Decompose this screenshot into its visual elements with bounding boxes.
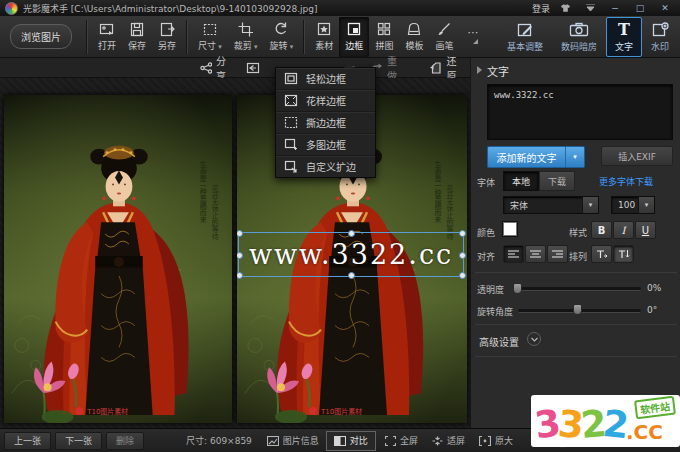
- logo-digit: 2: [601, 404, 628, 446]
- prev-image-button[interactable]: 上一张: [4, 432, 51, 450]
- menu-chevron-icon[interactable]: [580, 2, 600, 15]
- style-label: 样式: [569, 226, 587, 239]
- menu-item-easy-border[interactable]: 轻松边框: [276, 68, 375, 90]
- add-text-button[interactable]: 添加新的文字: [487, 146, 565, 168]
- angle-slider-thumb[interactable]: [573, 304, 582, 315]
- canvas-area[interactable]: www.3322.cc: [0, 78, 470, 428]
- window-title: 光影魔术手 [C:\Users\Administrator\Desktop\9-…: [23, 2, 527, 15]
- underline-button[interactable]: U: [635, 221, 656, 239]
- minimize-button[interactable]: −: [605, 2, 625, 15]
- text-color-swatch[interactable]: [503, 222, 517, 236]
- opacity-slider-track[interactable]: [515, 287, 641, 291]
- insert-exif-button[interactable]: 插入EXIF: [601, 146, 673, 166]
- save-as-icon: [159, 22, 175, 37]
- darkroom-button[interactable]: 数码暗房: [552, 17, 606, 57]
- next-image-button[interactable]: 下一张: [55, 432, 102, 450]
- menu-item-torn-border[interactable]: 撕边边框: [276, 112, 375, 134]
- fullscreen-button[interactable]: 全屏: [378, 434, 425, 447]
- basic-adjust-button[interactable]: 基本调整: [498, 17, 552, 57]
- angle-label: 旋转角度: [477, 305, 513, 318]
- collage-button[interactable]: 拼图: [369, 17, 399, 57]
- menu-notch: [344, 63, 354, 68]
- easy-border-icon: [284, 72, 298, 85]
- align-right-icon: [552, 250, 563, 259]
- add-text-split-button: 添加新的文字 ▾: [487, 146, 585, 168]
- rotate-icon: [273, 22, 289, 37]
- watermark-button[interactable]: 水印: [642, 17, 678, 57]
- panel-collapse-icon[interactable]: [477, 66, 482, 74]
- toolbar-separator: [86, 20, 88, 54]
- login-button[interactable]: 登录: [532, 2, 550, 15]
- selection-handle[interactable]: [348, 272, 355, 279]
- compare-toggle[interactable]: 对比: [326, 431, 376, 451]
- selection-handle[interactable]: [459, 230, 466, 237]
- skin-icon[interactable]: [555, 2, 575, 15]
- resize-button[interactable]: 尺寸 ▾: [192, 17, 228, 57]
- tab-download-fonts[interactable]: 下载: [539, 171, 575, 191]
- advanced-expand-button[interactable]: [527, 332, 541, 346]
- collage-icon: [376, 22, 392, 37]
- photo-before[interactable]: [4, 95, 232, 423]
- more-tools-button[interactable]: ⋯: [459, 17, 486, 57]
- overlay-text[interactable]: www.3322.cc: [239, 233, 463, 276]
- save-button[interactable]: 保存: [122, 17, 152, 57]
- chevron-down-icon[interactable]: ▾: [582, 197, 598, 213]
- menu-item-pattern-border[interactable]: 花样边框: [276, 90, 375, 112]
- close-button[interactable]: ✕: [655, 2, 675, 15]
- align-left-button[interactable]: [503, 245, 524, 263]
- vertical-text-button[interactable]: [613, 245, 634, 263]
- panel-divider: [475, 272, 677, 273]
- align-right-button[interactable]: [547, 245, 568, 263]
- rotate-button[interactable]: 旋转 ▾: [264, 17, 300, 57]
- corner-triangle-icon: [473, 39, 478, 44]
- selection-handle[interactable]: [237, 252, 243, 259]
- add-text-dropdown[interactable]: ▾: [565, 146, 585, 168]
- panel-divider: [475, 356, 677, 357]
- align-center-button[interactable]: [525, 245, 546, 263]
- text-selection-box[interactable]: www.3322.cc: [238, 232, 464, 277]
- opacity-slider-thumb[interactable]: [513, 283, 522, 294]
- logo-digit: 3: [556, 404, 582, 446]
- undo-button[interactable]: [240, 61, 260, 74]
- selection-handle[interactable]: [348, 230, 355, 237]
- image-info-button[interactable]: 图片信息: [260, 434, 326, 447]
- delete-image-button[interactable]: 删除: [106, 432, 144, 450]
- pattern-border-icon: [284, 94, 298, 107]
- vertical-text-icon: [618, 249, 630, 259]
- main-toolbar: 浏览图片 打开 保存 另存 尺寸 ▾ 裁剪 ▾ 旋转 ▾: [0, 16, 680, 58]
- material-button[interactable]: 素材: [309, 17, 339, 57]
- text-tool-button[interactable]: T 文字: [606, 17, 642, 57]
- fit-screen-button[interactable]: 适屏: [425, 434, 472, 447]
- italic-button[interactable]: I: [613, 221, 634, 239]
- selection-handle[interactable]: [459, 272, 466, 279]
- maximize-button[interactable]: □: [630, 2, 650, 15]
- selection-handle[interactable]: [459, 252, 466, 259]
- original-size-button[interactable]: 原大: [472, 434, 520, 447]
- brush-button[interactable]: 画笔: [429, 17, 459, 57]
- border-button[interactable]: 边框: [339, 17, 369, 57]
- brush-icon: [436, 22, 452, 37]
- chevron-down-icon[interactable]: ▾: [638, 197, 654, 213]
- browse-images-button[interactable]: 浏览图片: [10, 24, 72, 49]
- crop-button[interactable]: 裁剪 ▾: [228, 17, 264, 57]
- style-buttons: B I U: [591, 221, 656, 239]
- font-family-select[interactable]: 宋体 ▾: [503, 196, 599, 214]
- horizontal-text-button[interactable]: [591, 245, 612, 263]
- menu-item-custom-extend[interactable]: 自定义扩边: [276, 156, 375, 177]
- tab-local-fonts[interactable]: 本地: [503, 171, 539, 191]
- template-button[interactable]: 模板: [399, 17, 429, 57]
- share-icon: [200, 62, 212, 74]
- material-icon: [316, 22, 332, 37]
- open-button[interactable]: 打开: [92, 17, 122, 57]
- logo-cc: .CC: [626, 419, 663, 445]
- more-fonts-link[interactable]: 更多字体下载: [599, 175, 653, 188]
- save-as-button[interactable]: 另存: [152, 17, 182, 57]
- font-size-select[interactable]: 100 ▾: [611, 196, 655, 214]
- bold-button[interactable]: B: [591, 221, 612, 239]
- site-logo: 3 3 2 2 .CC 软件站: [531, 395, 680, 447]
- opacity-label: 透明度: [477, 283, 504, 296]
- menu-item-multi-border[interactable]: 多图边框: [276, 134, 375, 156]
- text-input-area[interactable]: www.3322.cc: [487, 84, 673, 140]
- resize-icon: [202, 22, 218, 37]
- align-buttons: [503, 245, 568, 263]
